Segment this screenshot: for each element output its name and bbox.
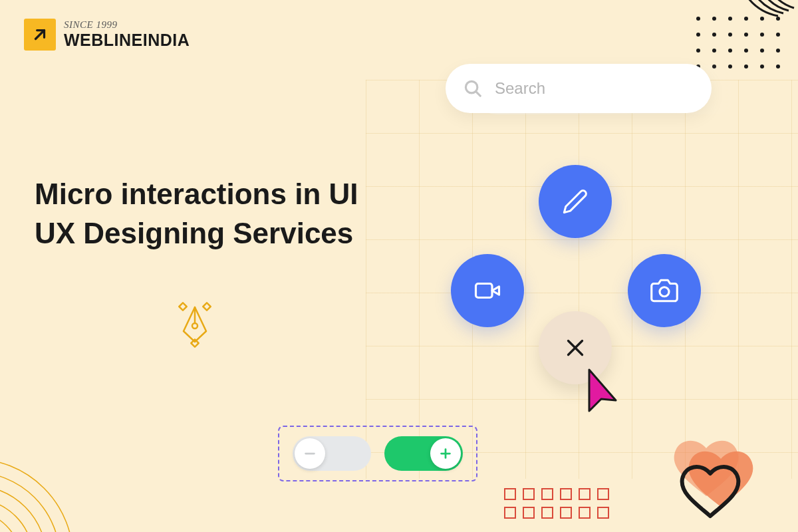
- svg-point-16: [744, 49, 748, 53]
- svg-rect-29: [191, 339, 198, 346]
- close-icon: [563, 336, 587, 360]
- svg-marker-37: [589, 370, 616, 411]
- pen-tool-icon: [172, 302, 218, 348]
- toggle-off[interactable]: [293, 436, 371, 471]
- plus-icon: [438, 446, 453, 461]
- svg-point-21: [728, 65, 732, 68]
- edit-button[interactable]: [539, 165, 612, 238]
- svg-point-10: [744, 33, 748, 37]
- camera-icon: [650, 277, 678, 305]
- svg-point-15: [728, 49, 732, 53]
- svg-point-2: [712, 17, 716, 21]
- svg-point-14: [712, 49, 716, 53]
- svg-point-3: [728, 17, 732, 21]
- search-input[interactable]: Search: [446, 64, 712, 113]
- svg-point-9: [728, 33, 732, 37]
- camera-button[interactable]: [628, 254, 701, 327]
- svg-point-44: [0, 472, 60, 532]
- svg-point-23: [760, 65, 764, 68]
- svg-line-0: [36, 31, 45, 39]
- svg-point-5: [760, 17, 764, 21]
- svg-point-8: [712, 33, 716, 37]
- svg-line-31: [475, 91, 480, 96]
- search-placeholder: Search: [495, 79, 545, 98]
- svg-rect-27: [179, 303, 186, 310]
- svg-marker-33: [492, 287, 499, 295]
- background-grid: [366, 80, 798, 479]
- logo-since-text: SINCE 1999: [64, 19, 190, 31]
- toggle-on[interactable]: [384, 436, 463, 471]
- svg-point-11: [760, 33, 764, 37]
- svg-point-17: [760, 49, 764, 53]
- svg-point-42: [0, 499, 33, 532]
- search-icon: [463, 78, 483, 98]
- toggle-group: [278, 426, 477, 481]
- svg-point-7: [696, 33, 700, 37]
- svg-rect-28: [203, 303, 210, 310]
- svg-point-24: [776, 65, 780, 68]
- pencil-icon: [562, 188, 589, 215]
- video-button[interactable]: [451, 254, 524, 327]
- svg-point-34: [660, 287, 669, 297]
- minus-icon: [303, 446, 317, 461]
- toggle-off-knob: [295, 438, 325, 469]
- decorative-squares: [504, 488, 609, 519]
- svg-point-1: [696, 17, 700, 21]
- svg-rect-32: [476, 284, 493, 298]
- page-title: Micro interactions in UI UX Designing Se…: [35, 174, 367, 253]
- svg-point-4: [744, 17, 748, 21]
- logo-arrow-icon: [24, 19, 56, 51]
- heart-icon: [660, 432, 766, 532]
- logo-name-text: WEBLINEINDIA: [64, 31, 190, 50]
- svg-point-18: [776, 49, 780, 53]
- svg-point-41: [0, 512, 20, 532]
- decorative-arcs: [0, 426, 106, 532]
- video-icon: [473, 277, 501, 305]
- svg-point-12: [776, 33, 780, 37]
- svg-point-13: [696, 49, 700, 53]
- toggle-on-knob: [430, 438, 461, 469]
- svg-point-6: [776, 17, 780, 21]
- svg-point-22: [744, 65, 748, 68]
- cursor-icon: [587, 367, 633, 417]
- brand-logo: SINCE 1999 WEBLINEINDIA: [24, 19, 190, 51]
